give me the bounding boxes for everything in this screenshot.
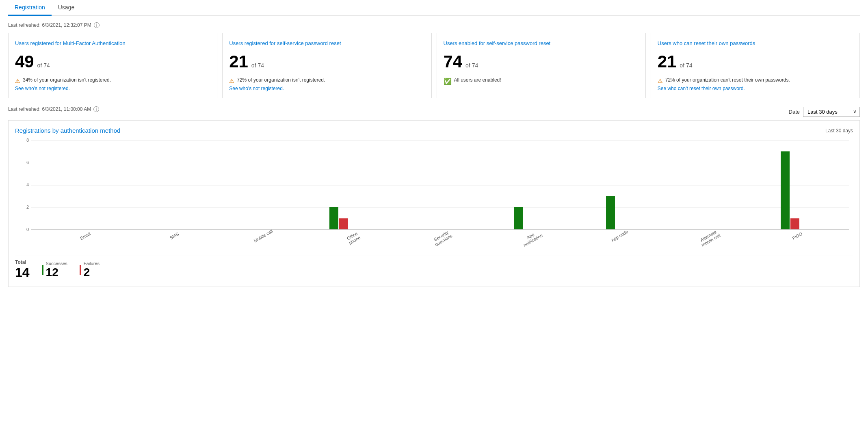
warn-icon-0: ⚠ — [15, 78, 20, 84]
card-title-1: Users registered for self-service passwo… — [229, 40, 424, 47]
card-count-0: 49 — [15, 52, 34, 71]
y-label-2: 2 — [26, 205, 29, 209]
success-legend: Successes 12 — [42, 261, 67, 279]
success-text-2: All users are enabled! — [454, 77, 501, 83]
card-link-3[interactable]: See who can't reset their own password. — [658, 86, 853, 91]
chart-date-label: Last 30 days — [825, 128, 853, 134]
success-legend-labels: Successes 12 — [46, 261, 67, 279]
card-warning-1: ⚠72% of your organization isn't register… — [229, 77, 424, 84]
chart-title-row: Registrations by authentication method L… — [15, 127, 853, 134]
warning-text-1: 72% of your organization isn't registere… — [237, 77, 325, 83]
failure-legend-bar — [80, 265, 81, 275]
success-legend-bar — [42, 265, 43, 275]
bar-stack-8 — [781, 151, 799, 230]
date-select-wrapper: Last 30 daysLast 7 daysLast 24 hours — [803, 107, 860, 117]
total-label: Total — [15, 259, 30, 265]
bar-group-6 — [606, 196, 615, 230]
top-refresh-text: Last refreshed: 6/3/2021, 12:32:07 PM — [8, 22, 91, 28]
tab-registration[interactable]: Registration — [8, 0, 52, 16]
card-title-0: Users registered for Multi-Factor Authen… — [15, 40, 210, 47]
bottom-refresh-text: Last refreshed: 6/3/2021, 11:00:00 AM — [8, 106, 91, 112]
success-bar-6 — [606, 196, 615, 230]
card-count-1: 21 — [229, 52, 248, 71]
card-count-row-1: 21 of 74 — [229, 52, 424, 71]
x-label-6: App code — [608, 228, 634, 248]
card-count-row-0: 49 of 74 — [15, 52, 210, 71]
bottom-refresh-info: Last refreshed: 6/3/2021, 11:00:00 AM i — [8, 106, 99, 112]
chart-title: Registrations by authentication method — [15, 127, 120, 134]
tabs-bar: Registration Usage — [8, 0, 860, 16]
card-warning-0: ⚠34% of your organization isn't register… — [15, 77, 210, 84]
success-bar-8 — [781, 151, 790, 230]
bar-stack-5 — [514, 207, 523, 229]
x-label-0: Email — [74, 228, 100, 248]
top-info-icon[interactable]: i — [94, 22, 100, 28]
card-success-2: ✅All users are enabled! — [444, 77, 639, 85]
card-title-2: Users enabled for self-service password … — [444, 40, 639, 47]
card-count-row-3: 21 of 74 — [658, 52, 853, 71]
success-bar-5 — [514, 207, 523, 229]
failure-legend-label: Failures — [84, 261, 100, 266]
card-of-2: of 74 — [464, 62, 478, 69]
section-header: Last refreshed: 6/3/2021, 11:00:00 AM i … — [8, 106, 860, 117]
y-label-4: 4 — [26, 183, 29, 187]
chart-body: 86420 EmailSMSMobile callOffice phoneSec… — [15, 140, 853, 244]
chart-section: Registrations by authentication method L… — [8, 120, 860, 287]
bar-group-3 — [329, 207, 348, 229]
total-block: Total 14 — [15, 259, 30, 280]
x-label-8: FIDO — [786, 228, 812, 248]
success-legend-count: 12 — [46, 266, 67, 279]
date-filter: Date Last 30 daysLast 7 daysLast 24 hour… — [789, 107, 860, 117]
card-of-3: of 74 — [678, 62, 692, 69]
bar-stack-3 — [329, 207, 348, 229]
warn-icon-1: ⚠ — [229, 78, 234, 84]
card-title-3: Users who can reset their own passwords — [658, 40, 853, 47]
success-icon-2: ✅ — [444, 78, 452, 85]
total-value: 14 — [15, 265, 30, 280]
card-of-0: of 74 — [36, 62, 50, 69]
summary-cards: Users registered for Multi-Factor Authen… — [8, 33, 860, 98]
card-count-3: 21 — [658, 52, 677, 71]
failure-bar-8 — [790, 218, 799, 230]
x-label-7: Alternate mobile call — [697, 228, 723, 248]
success-legend-label: Successes — [46, 261, 67, 266]
success-bar-3 — [329, 207, 338, 229]
x-label-5: App notification — [519, 228, 545, 248]
bar-group-5 — [514, 207, 523, 229]
warning-text-0: 34% of your organization isn't registere… — [23, 77, 111, 83]
warning-text-3: 72% of your organization can't reset the… — [665, 77, 790, 83]
warn-icon-3: ⚠ — [658, 78, 663, 84]
bottom-info-icon[interactable]: i — [93, 106, 99, 112]
card-link-1[interactable]: See who's not registered. — [229, 86, 424, 91]
x-label-2: Mobile call — [251, 228, 277, 248]
summary-card-3: Users who can reset their own passwords2… — [651, 33, 860, 98]
chart-area: 86420 — [31, 140, 849, 230]
bar-stack-6 — [606, 196, 615, 230]
card-count-row-2: 74 of 74 — [444, 52, 639, 71]
date-filter-label: Date — [789, 109, 800, 115]
y-label-0: 0 — [26, 227, 29, 232]
card-warning-3: ⚠72% of your organization can't reset th… — [658, 77, 853, 84]
summary-card-1: Users registered for self-service passwo… — [222, 33, 431, 98]
top-refresh-info: Last refreshed: 6/3/2021, 12:32:07 PM i — [8, 22, 860, 28]
failure-legend-labels: Failures 2 — [84, 261, 100, 279]
y-label-8: 8 — [26, 138, 29, 142]
bar-group-8 — [781, 151, 799, 230]
tab-usage[interactable]: Usage — [52, 0, 81, 16]
y-axis: 86420 — [15, 140, 30, 229]
failure-legend-count: 2 — [84, 266, 100, 279]
date-select[interactable]: Last 30 daysLast 7 daysLast 24 hours — [803, 107, 860, 117]
summary-card-0: Users registered for Multi-Factor Authen… — [8, 33, 217, 98]
x-label-3: Office phone — [340, 228, 366, 248]
card-count-2: 74 — [444, 52, 463, 71]
summary-card-2: Users enabled for self-service password … — [437, 33, 646, 98]
card-of-1: of 74 — [250, 62, 264, 69]
failure-bar-3 — [339, 218, 348, 230]
x-label-1: SMS — [162, 228, 188, 248]
y-label-6: 6 — [26, 160, 29, 165]
card-link-0[interactable]: See who's not registered. — [15, 86, 210, 91]
chart-footer: Total 14 Successes 12 Failures 2 — [15, 255, 853, 280]
x-label-4: Security questions — [430, 228, 456, 248]
failure-legend: Failures 2 — [80, 261, 100, 279]
